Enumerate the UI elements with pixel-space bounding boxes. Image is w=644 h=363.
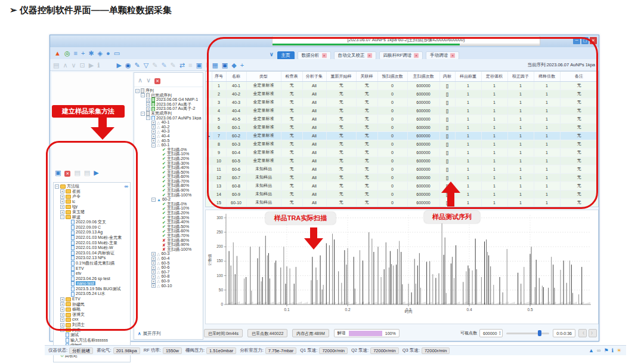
- tab-close-icon[interactable]: ✕: [322, 53, 327, 58]
- tree-item[interactable]: 输入方法名称ssssss: [55, 338, 130, 343]
- expand-icon[interactable]: +: [60, 328, 64, 332]
- table-cell[interactable]: 60-9: [226, 190, 246, 198]
- tree-item[interactable]: +lc: [55, 199, 130, 205]
- tree-item[interactable]: +△60-6: [135, 265, 203, 270]
- link-icon[interactable]: ∞: [597, 347, 600, 353]
- tree-item[interactable]: −▲60-2: [135, 197, 203, 202]
- tree-item[interactable]: ✔主扫描-50%: [135, 224, 203, 229]
- table-cell[interactable]: 1: [455, 81, 481, 90]
- tree-item[interactable]: ✔主扫描-20%: [135, 156, 203, 161]
- table-row[interactable]: 140-1全定量标准无All无无0600000[]1111无: [206, 81, 598, 90]
- table-cell[interactable]: 未知样品: [246, 198, 281, 207]
- table-cell[interactable]: 无: [281, 182, 302, 190]
- tree-item[interactable]: 2022.01.03 Mo粉-W: [55, 245, 130, 251]
- table-cell[interactable]: All: [302, 115, 326, 123]
- table-cell[interactable]: 1: [507, 90, 534, 98]
- collapse-icon[interactable]: −: [151, 198, 156, 202]
- table-cell[interactable]: 6: [212, 123, 226, 131]
- tab-2[interactable]: 自动交叉校正✕: [334, 51, 376, 60]
- tab-1[interactable]: 数据分析✕: [298, 51, 331, 60]
- table-cell[interactable]: []: [439, 156, 455, 165]
- table-cell[interactable]: 无: [356, 173, 377, 182]
- expand-icon[interactable]: +: [60, 323, 64, 327]
- table-cell[interactable]: 无: [356, 81, 377, 90]
- table-cell[interactable]: 无: [326, 198, 356, 207]
- tab-close-icon[interactable]: ✕: [450, 53, 455, 58]
- table-cell[interactable]: 60-4: [226, 148, 246, 156]
- tree-item[interactable]: ✔主扫描-80%: [135, 183, 203, 188]
- table-row[interactable]: ▶760-2全定量标准无All无无0600000[]1111无: [206, 131, 598, 140]
- table-cell[interactable]: 1: [534, 106, 560, 115]
- expand-icon[interactable]: +: [60, 313, 64, 317]
- table-cell[interactable]: 1: [534, 90, 560, 98]
- table-cell[interactable]: 60-3: [226, 140, 246, 148]
- table-cell[interactable]: []: [439, 123, 455, 131]
- table-cell[interactable]: All: [302, 131, 326, 140]
- table-cell[interactable]: 无: [281, 131, 302, 140]
- table-row[interactable]: 660-1全定量标准无All无无0600000[]1111无: [206, 123, 598, 131]
- column-header[interactable]: 定容体积: [481, 72, 507, 81]
- tree-item[interactable]: +2023.06.06 G4 NMP-1: [135, 97, 203, 102]
- tree-item[interactable]: 2023.04.26 sp test: [55, 276, 130, 282]
- tree-item[interactable]: +崔摇: [55, 189, 130, 195]
- table-cell[interactable]: 无: [356, 190, 377, 198]
- tree-item[interactable]: ETV: [55, 266, 130, 272]
- table-cell[interactable]: 1: [481, 115, 507, 123]
- table-cell[interactable]: 无: [356, 156, 377, 165]
- expand-icon[interactable]: +: [60, 318, 64, 322]
- table-cell[interactable]: 无: [326, 123, 356, 131]
- tree-item[interactable]: +刘清士: [55, 322, 130, 328]
- tree-item[interactable]: +张博文: [55, 312, 130, 318]
- table-cell[interactable]: 无: [281, 90, 302, 98]
- table-cell[interactable]: 无: [281, 198, 302, 207]
- table-cell[interactable]: 8: [212, 140, 226, 148]
- table-cell[interactable]: 7: [212, 131, 226, 140]
- table-cell[interactable]: 600000: [407, 198, 439, 207]
- chart-icon[interactable]: ▦: [212, 60, 218, 70]
- table-cell[interactable]: 1: [534, 115, 560, 123]
- tree-item[interactable]: −未完成序列: [135, 111, 203, 116]
- delete-icon[interactable]: ✕: [64, 171, 70, 177]
- tree-item[interactable]: +2023.06.07 Au离子-2: [135, 106, 203, 111]
- table-cell[interactable]: 1: [455, 173, 481, 182]
- close-button[interactable]: ✕: [590, 37, 597, 44]
- collapse-icon[interactable]: −: [60, 215, 64, 219]
- table-row[interactable]: 1260-7未知样品无All无无0600000[]1111无: [206, 173, 598, 182]
- tab-close-icon[interactable]: ✕: [367, 53, 372, 58]
- tree-item[interactable]: ✔主扫描-70%: [135, 179, 203, 184]
- table-cell[interactable]: 600000: [407, 90, 439, 98]
- table-cell[interactable]: []: [439, 131, 455, 140]
- expand-icon[interactable]: +: [151, 125, 156, 129]
- table-cell[interactable]: 60-2: [226, 131, 246, 140]
- tree-item[interactable]: +2023.06.07 Au离子: [135, 102, 203, 107]
- table-cell[interactable]: 1: [507, 182, 534, 190]
- table-cell[interactable]: 600000: [407, 148, 439, 156]
- table-cell[interactable]: 1: [481, 165, 507, 173]
- table-cell[interactable]: 无: [326, 106, 356, 115]
- table-cell[interactable]: 1: [212, 81, 226, 90]
- table-cell[interactable]: 无: [560, 165, 598, 173]
- tree-item[interactable]: ✔主扫描-60%: [135, 174, 203, 179]
- table-cell[interactable]: []: [439, 198, 455, 207]
- table-cell[interactable]: 无: [326, 140, 356, 148]
- table-cell[interactable]: []: [439, 190, 455, 198]
- export-icon[interactable]: ▤: [53, 60, 59, 70]
- tree-item[interactable]: +△40-2: [135, 125, 203, 130]
- table-cell[interactable]: 0: [377, 198, 407, 207]
- table-cell[interactable]: 1: [507, 165, 534, 173]
- table-cell[interactable]: 14: [212, 190, 226, 198]
- tree-item[interactable]: etv: [55, 271, 130, 276]
- table-cell[interactable]: 600000: [407, 165, 439, 173]
- table-cell[interactable]: 无: [356, 148, 377, 156]
- table-cell[interactable]: 40-4: [226, 106, 246, 115]
- tree-item[interactable]: ✘主扫描-90%: [135, 242, 203, 247]
- table-cell[interactable]: 600000: [407, 98, 439, 106]
- expand-icon[interactable]: +: [60, 195, 64, 199]
- table-cell[interactable]: 15: [212, 198, 226, 207]
- table-cell[interactable]: 1: [481, 123, 507, 131]
- table-cell[interactable]: 600000: [407, 115, 439, 123]
- table-cell[interactable]: 1: [534, 123, 560, 131]
- table-cell[interactable]: 全定量标准: [246, 115, 281, 123]
- table-cell[interactable]: 无: [560, 148, 598, 156]
- expand-icon[interactable]: +: [146, 102, 150, 106]
